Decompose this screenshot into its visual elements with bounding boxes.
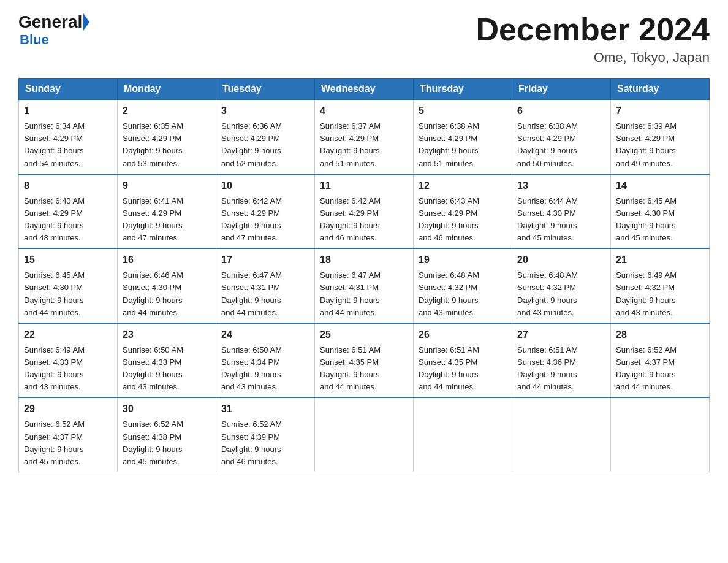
logo: General Blue [18, 12, 91, 48]
day-number: 19 [419, 253, 507, 267]
day-number: 24 [221, 327, 309, 342]
day-number: 20 [517, 253, 605, 267]
table-row: 29 Sunrise: 6:52 AMSunset: 4:37 PMDaylig… [19, 397, 118, 472]
table-row [512, 397, 611, 472]
day-number: 1 [24, 104, 112, 118]
table-row: 19 Sunrise: 6:48 AMSunset: 4:32 PMDaylig… [414, 248, 512, 323]
table-row: 6 Sunrise: 6:38 AMSunset: 4:29 PMDayligh… [512, 100, 611, 174]
day-info: Sunrise: 6:43 AMSunset: 4:29 PMDaylight:… [419, 196, 479, 242]
table-row [414, 397, 512, 472]
day-number: 14 [616, 178, 704, 193]
day-info: Sunrise: 6:35 AMSunset: 4:29 PMDaylight:… [123, 121, 183, 167]
table-row [611, 397, 710, 472]
day-number: 28 [616, 327, 704, 342]
day-info: Sunrise: 6:44 AMSunset: 4:30 PMDaylight:… [517, 196, 578, 242]
table-row: 22 Sunrise: 6:49 AMSunset: 4:33 PMDaylig… [19, 323, 118, 398]
col-saturday: Saturday [611, 79, 710, 100]
table-row: 18 Sunrise: 6:47 AMSunset: 4:31 PMDaylig… [315, 248, 414, 323]
table-row: 30 Sunrise: 6:52 AMSunset: 4:38 PMDaylig… [118, 397, 216, 472]
day-info: Sunrise: 6:49 AMSunset: 4:32 PMDaylight:… [616, 270, 677, 316]
logo-triangle-icon [83, 13, 89, 31]
day-number: 6 [517, 104, 605, 118]
logo-general: General [18, 12, 82, 32]
table-row: 12 Sunrise: 6:43 AMSunset: 4:29 PMDaylig… [414, 174, 512, 249]
day-number: 22 [24, 327, 112, 342]
table-row: 24 Sunrise: 6:50 AMSunset: 4:34 PMDaylig… [216, 323, 315, 398]
day-info: Sunrise: 6:50 AMSunset: 4:34 PMDaylight:… [221, 345, 282, 391]
day-info: Sunrise: 6:51 AMSunset: 4:35 PMDaylight:… [320, 345, 381, 391]
day-info: Sunrise: 6:45 AMSunset: 4:30 PMDaylight:… [24, 270, 85, 316]
day-number: 29 [24, 402, 112, 416]
day-info: Sunrise: 6:47 AMSunset: 4:31 PMDaylight:… [221, 270, 282, 316]
page-header: General Blue December 2024 Ome, Tokyo, J… [18, 12, 710, 66]
table-row [315, 397, 414, 472]
day-info: Sunrise: 6:39 AMSunset: 4:29 PMDaylight:… [616, 121, 677, 167]
day-info: Sunrise: 6:46 AMSunset: 4:30 PMDaylight:… [123, 270, 183, 316]
col-friday: Friday [512, 79, 611, 100]
table-row: 2 Sunrise: 6:35 AMSunset: 4:29 PMDayligh… [118, 100, 216, 174]
day-info: Sunrise: 6:52 AMSunset: 4:37 PMDaylight:… [616, 345, 677, 391]
day-info: Sunrise: 6:41 AMSunset: 4:29 PMDaylight:… [123, 196, 183, 242]
table-row: 10 Sunrise: 6:42 AMSunset: 4:29 PMDaylig… [216, 174, 315, 249]
table-row: 9 Sunrise: 6:41 AMSunset: 4:29 PMDayligh… [118, 174, 216, 249]
day-info: Sunrise: 6:38 AMSunset: 4:29 PMDaylight:… [517, 121, 578, 167]
day-number: 3 [221, 104, 309, 118]
day-info: Sunrise: 6:34 AMSunset: 4:29 PMDaylight:… [24, 121, 85, 167]
table-row: 26 Sunrise: 6:51 AMSunset: 4:35 PMDaylig… [414, 323, 512, 398]
day-number: 26 [419, 327, 507, 342]
table-row: 7 Sunrise: 6:39 AMSunset: 4:29 PMDayligh… [611, 100, 710, 174]
day-info: Sunrise: 6:48 AMSunset: 4:32 PMDaylight:… [517, 270, 578, 316]
day-number: 27 [517, 327, 605, 342]
calendar-week-row: 8 Sunrise: 6:40 AMSunset: 4:29 PMDayligh… [19, 174, 710, 249]
table-row: 13 Sunrise: 6:44 AMSunset: 4:30 PMDaylig… [512, 174, 611, 249]
day-number: 23 [123, 327, 211, 342]
table-row: 16 Sunrise: 6:46 AMSunset: 4:30 PMDaylig… [118, 248, 216, 323]
day-number: 21 [616, 253, 704, 267]
day-info: Sunrise: 6:45 AMSunset: 4:30 PMDaylight:… [616, 196, 677, 242]
calendar-header-row: Sunday Monday Tuesday Wednesday Thursday… [19, 79, 710, 100]
table-row: 11 Sunrise: 6:42 AMSunset: 4:29 PMDaylig… [315, 174, 414, 249]
table-row: 15 Sunrise: 6:45 AMSunset: 4:30 PMDaylig… [19, 248, 118, 323]
table-row: 17 Sunrise: 6:47 AMSunset: 4:31 PMDaylig… [216, 248, 315, 323]
calendar-week-row: 1 Sunrise: 6:34 AMSunset: 4:29 PMDayligh… [19, 100, 710, 174]
day-info: Sunrise: 6:42 AMSunset: 4:29 PMDaylight:… [320, 196, 381, 242]
day-info: Sunrise: 6:50 AMSunset: 4:33 PMDaylight:… [123, 345, 183, 391]
day-number: 16 [123, 253, 211, 267]
day-info: Sunrise: 6:47 AMSunset: 4:31 PMDaylight:… [320, 270, 381, 316]
table-row: 28 Sunrise: 6:52 AMSunset: 4:37 PMDaylig… [611, 323, 710, 398]
table-row: 21 Sunrise: 6:49 AMSunset: 4:32 PMDaylig… [611, 248, 710, 323]
calendar-week-row: 15 Sunrise: 6:45 AMSunset: 4:30 PMDaylig… [19, 248, 710, 323]
calendar-week-row: 29 Sunrise: 6:52 AMSunset: 4:37 PMDaylig… [19, 397, 710, 472]
col-monday: Monday [118, 79, 216, 100]
day-info: Sunrise: 6:51 AMSunset: 4:35 PMDaylight:… [419, 345, 479, 391]
title-area: December 2024 Ome, Tokyo, Japan [476, 12, 710, 66]
day-number: 9 [123, 178, 211, 193]
table-row: 3 Sunrise: 6:36 AMSunset: 4:29 PMDayligh… [216, 100, 315, 174]
day-number: 4 [320, 104, 408, 118]
day-info: Sunrise: 6:48 AMSunset: 4:32 PMDaylight:… [419, 270, 479, 316]
day-info: Sunrise: 6:36 AMSunset: 4:29 PMDaylight:… [221, 121, 282, 167]
day-number: 10 [221, 178, 309, 193]
table-row: 1 Sunrise: 6:34 AMSunset: 4:29 PMDayligh… [19, 100, 118, 174]
day-number: 12 [419, 178, 507, 193]
day-number: 7 [616, 104, 704, 118]
day-number: 13 [517, 178, 605, 193]
day-number: 11 [320, 178, 408, 193]
logo-blue: Blue [20, 32, 49, 48]
day-number: 15 [24, 253, 112, 267]
table-row: 5 Sunrise: 6:38 AMSunset: 4:29 PMDayligh… [414, 100, 512, 174]
col-sunday: Sunday [19, 79, 118, 100]
day-info: Sunrise: 6:52 AMSunset: 4:39 PMDaylight:… [221, 419, 282, 465]
table-row: 27 Sunrise: 6:51 AMSunset: 4:36 PMDaylig… [512, 323, 611, 398]
day-info: Sunrise: 6:52 AMSunset: 4:37 PMDaylight:… [24, 419, 85, 465]
day-info: Sunrise: 6:42 AMSunset: 4:29 PMDaylight:… [221, 196, 282, 242]
col-thursday: Thursday [414, 79, 512, 100]
calendar-table: Sunday Monday Tuesday Wednesday Thursday… [18, 78, 710, 472]
table-row: 4 Sunrise: 6:37 AMSunset: 4:29 PMDayligh… [315, 100, 414, 174]
table-row: 31 Sunrise: 6:52 AMSunset: 4:39 PMDaylig… [216, 397, 315, 472]
table-row: 14 Sunrise: 6:45 AMSunset: 4:30 PMDaylig… [611, 174, 710, 249]
day-info: Sunrise: 6:52 AMSunset: 4:38 PMDaylight:… [123, 419, 183, 465]
day-info: Sunrise: 6:37 AMSunset: 4:29 PMDaylight:… [320, 121, 381, 167]
page-title: December 2024 [476, 12, 710, 47]
table-row: 20 Sunrise: 6:48 AMSunset: 4:32 PMDaylig… [512, 248, 611, 323]
